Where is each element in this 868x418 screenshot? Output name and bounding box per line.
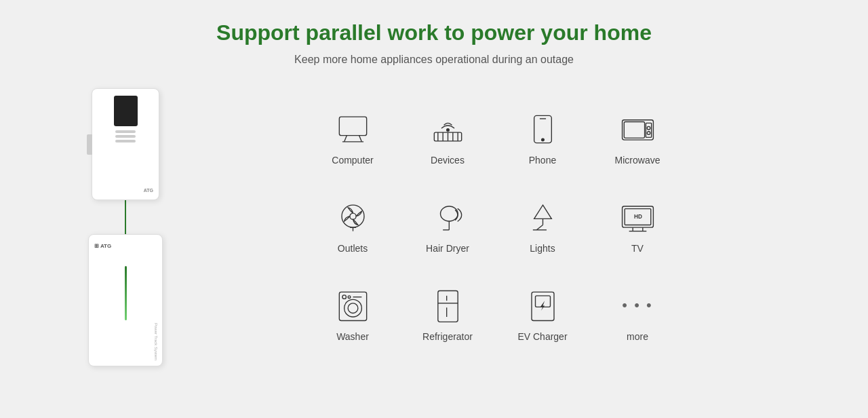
device-top-unit: ATG: [92, 88, 159, 200]
page-subtitle: Keep more home appliances operational du…: [294, 54, 574, 66]
more-dots: • • •: [622, 297, 652, 314]
svg-line-1: [344, 135, 347, 141]
appliance-item-hair-dryer: Hair Dryer: [400, 181, 495, 269]
svg-line-28: [536, 225, 542, 229]
outlets-label: Outlets: [338, 243, 368, 254]
more-icon: • • •: [617, 285, 658, 326]
svg-text:HD: HD: [634, 214, 642, 220]
hair-dryer-icon: [427, 197, 468, 238]
svg-point-38: [348, 303, 358, 313]
appliance-item-more: • • • more: [590, 269, 685, 358]
appliance-item-ev-charger: EV Charger: [495, 269, 590, 358]
more-label: more: [627, 331, 648, 342]
svg-rect-15: [624, 121, 644, 138]
page-container: Support parallel work to power your home…: [0, 0, 868, 418]
svg-point-39: [342, 294, 346, 299]
device-logo-top: ATG: [144, 188, 153, 193]
appliance-item-tv: HD TV: [590, 181, 685, 269]
svg-line-2: [359, 135, 361, 141]
svg-point-19: [342, 205, 364, 227]
svg-point-37: [344, 299, 361, 317]
lights-label: Lights: [530, 243, 555, 254]
hair-dryer-label: Hair Dryer: [426, 243, 469, 254]
lights-icon: [522, 197, 563, 238]
device-btn-3: [115, 140, 136, 142]
tv-label: TV: [631, 243, 644, 254]
svg-point-18: [647, 131, 650, 134]
svg-rect-0: [339, 117, 366, 136]
appliance-item-microwave: Microwave: [590, 93, 685, 181]
microwave-icon: [617, 109, 658, 149]
appliances-grid: Computer: [305, 93, 685, 358]
phone-icon: [522, 109, 563, 149]
device-buttons: [115, 130, 136, 142]
device-handle: [87, 134, 92, 155]
svg-point-20: [349, 213, 355, 219]
tv-icon: HD: [617, 197, 658, 238]
devices-label: Devices: [431, 155, 465, 166]
device-btn-2: [115, 135, 136, 138]
device-bottom-text: Power Track System: [154, 323, 158, 360]
svg-point-40: [348, 295, 351, 298]
device-btn-1: [115, 130, 136, 133]
svg-rect-16: [646, 123, 651, 137]
device-green-line: [125, 266, 127, 320]
device-logo-bottom: ⊞ ATG: [94, 243, 111, 249]
svg-rect-42: [437, 290, 457, 322]
appliance-item-computer: Computer: [305, 93, 400, 181]
appliance-item-phone: Phone: [495, 93, 590, 181]
svg-point-23: [440, 206, 458, 221]
computer-label: Computer: [332, 155, 373, 166]
ev-charger-icon: [522, 285, 563, 326]
computer-icon: [332, 109, 373, 149]
ev-charger-label: EV Charger: [517, 331, 567, 342]
svg-point-17: [647, 126, 650, 130]
connector-line: [125, 200, 126, 234]
devices-icon: [427, 109, 468, 149]
device-bottom-unit: ⊞ ATG Power Track System: [88, 234, 163, 366]
outlets-icon: [332, 197, 373, 238]
appliance-item-refrigerator: Refrigerator: [400, 269, 495, 358]
svg-rect-36: [339, 292, 366, 320]
appliance-item-washer: Washer: [305, 269, 400, 358]
washer-label: Washer: [336, 331, 369, 342]
phone-label: Phone: [529, 155, 556, 166]
svg-marker-26: [534, 205, 551, 218]
device-screen: [114, 96, 138, 126]
svg-point-13: [541, 138, 544, 141]
microwave-label: Microwave: [615, 155, 660, 166]
svg-point-10: [446, 128, 449, 131]
appliances-section: Computer: [305, 86, 685, 358]
appliance-item-lights: Lights: [495, 181, 590, 269]
appliance-item-devices: Devices: [400, 93, 495, 181]
refrigerator-label: Refrigerator: [422, 331, 473, 342]
page-title: Support parallel work to power your home: [216, 20, 652, 45]
appliance-item-outlets: Outlets: [305, 181, 400, 269]
washer-icon: [332, 285, 373, 326]
device-image: ATG ⊞ ATG Power Track System: [88, 88, 163, 366]
refrigerator-icon: [427, 285, 468, 326]
